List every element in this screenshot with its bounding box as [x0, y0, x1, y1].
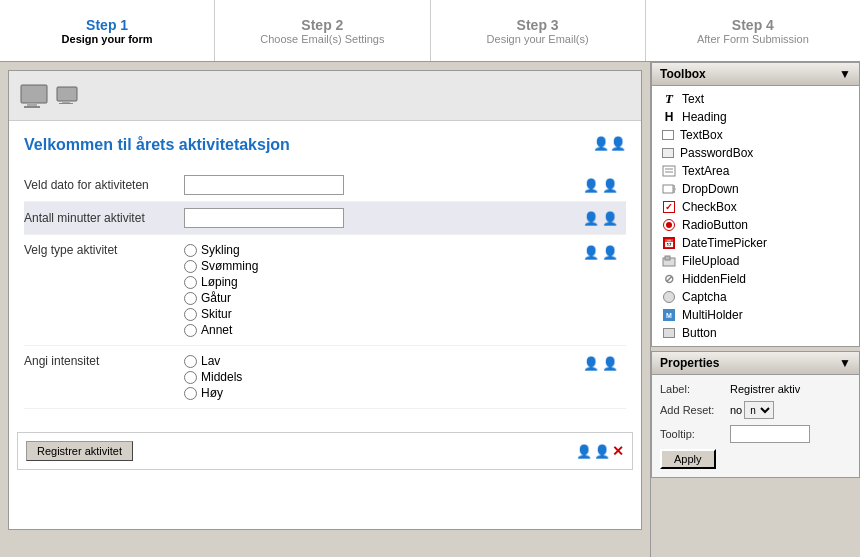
- radio-middels: Middels: [184, 370, 242, 384]
- radio-sykling-input[interactable]: [184, 244, 197, 257]
- prop-reset-text: Add Reset:: [660, 404, 730, 416]
- header-icons: [19, 83, 81, 109]
- form-footer: Registrer aktivitet 👤 👤 ✕: [17, 432, 633, 470]
- field-3-label: Velg type aktivitet: [24, 243, 184, 257]
- toolbox-checkbox[interactable]: ✓ CheckBox: [652, 198, 859, 216]
- toolbox-hiddenfield[interactable]: ⊘ HiddenField: [652, 270, 859, 288]
- config-icon-field3[interactable]: 👤: [602, 245, 618, 260]
- prop-reset-value: no: [730, 404, 742, 416]
- step-4[interactable]: Step 4 After Form Submission: [646, 0, 860, 61]
- radio-skitur-input[interactable]: [184, 308, 197, 321]
- edit-icon-field1[interactable]: 👤: [583, 178, 599, 193]
- title-action-icons: 👤 👤: [593, 136, 626, 151]
- prop-tooltip-input[interactable]: [730, 425, 810, 443]
- toolbox-passwordbox[interactable]: PasswordBox: [652, 144, 859, 162]
- edit-icon-field4[interactable]: 👤: [583, 356, 599, 371]
- toolbox-multiholder[interactable]: M MultiHolder: [652, 306, 859, 324]
- radio-middels-input[interactable]: [184, 371, 197, 384]
- svg-rect-0: [21, 85, 47, 103]
- field-3-actions: 👤 👤: [583, 245, 618, 260]
- toolbox-collapse-icon[interactable]: ▼: [839, 67, 851, 81]
- radio-svomming-input[interactable]: [184, 260, 197, 273]
- form-title: Velkommen til årets aktivitetaksjon: [24, 136, 290, 154]
- step-2[interactable]: Step 2 Choose Email(s) Settings: [215, 0, 430, 61]
- toolbox-textarea[interactable]: TextArea: [652, 162, 859, 180]
- radio-hoy: Høy: [184, 386, 242, 400]
- properties-collapse-icon[interactable]: ▼: [839, 356, 851, 370]
- toolbox-multiholder-label: MultiHolder: [682, 308, 743, 322]
- step-1[interactable]: Step 1 Design your form: [0, 0, 215, 61]
- toolbox-textbox[interactable]: TextBox: [652, 126, 859, 144]
- toolbox-title: Toolbox: [660, 67, 706, 81]
- svg-rect-5: [59, 103, 73, 104]
- textarea-icon: [662, 164, 676, 178]
- form-body: Velkommen til årets aktivitetaksjon 👤 👤 …: [9, 121, 641, 424]
- config-icon-field1[interactable]: 👤: [602, 178, 618, 193]
- toolbox-fileupload[interactable]: FileUpload: [652, 252, 859, 270]
- radio-skitur-label: Skitur: [201, 307, 232, 321]
- edit-icon-footer[interactable]: 👤: [576, 444, 592, 459]
- form-area: Velkommen til årets aktivitetaksjon 👤 👤 …: [0, 62, 650, 557]
- toolbox-datetimepicker[interactable]: 📅 DateTimePicker: [652, 234, 859, 252]
- toolbox-fileupload-label: FileUpload: [682, 254, 739, 268]
- submit-button[interactable]: Registrer aktivitet: [26, 441, 133, 461]
- field-row-2: Antall minutter aktivitet 👤 👤: [24, 202, 626, 235]
- hiddenfield-icon: ⊘: [662, 272, 676, 286]
- datetimepicker-icon: 📅: [662, 236, 676, 250]
- toolbox-hiddenfield-label: HiddenField: [682, 272, 746, 286]
- field-2-actions: 👤 👤: [583, 211, 618, 226]
- field-2-input[interactable]: [184, 208, 344, 228]
- config-icon-footer[interactable]: 👤: [594, 444, 610, 459]
- svg-rect-3: [57, 87, 77, 101]
- field-4-label: Angi intensitet: [24, 354, 184, 368]
- toolbox-dropdown-label: DropDown: [682, 182, 739, 196]
- step-4-number: Step 4: [732, 17, 774, 33]
- config-icon-field2[interactable]: 👤: [602, 211, 618, 226]
- toolbox-heading[interactable]: H Heading: [652, 108, 859, 126]
- step-2-number: Step 2: [301, 17, 343, 33]
- prop-tooltip-row: Tooltip:: [660, 425, 851, 443]
- field-4-actions: 👤 👤: [583, 356, 618, 371]
- toolbox-dropdown[interactable]: ▼ DropDown: [652, 180, 859, 198]
- prop-label-row: Label: Registrer aktiv: [660, 383, 851, 395]
- properties-section: Properties ▼ Label: Registrer aktiv Add …: [651, 351, 860, 478]
- apply-button[interactable]: Apply: [660, 449, 716, 469]
- toolbox-button[interactable]: Button: [652, 324, 859, 342]
- prop-reset-select[interactable]: no yes: [744, 401, 774, 419]
- config-icon-field4[interactable]: 👤: [602, 356, 618, 371]
- properties-content: Label: Registrer aktiv Add Reset: no no …: [652, 375, 859, 477]
- toolbox-checkbox-label: CheckBox: [682, 200, 737, 214]
- delete-icon-footer[interactable]: ✕: [612, 443, 624, 459]
- radio-annet: Annet: [184, 323, 258, 337]
- toolbox-text-label: Text: [682, 92, 704, 106]
- radio-hoy-input[interactable]: [184, 387, 197, 400]
- toolbox-content: T Text H Heading TextBox PasswordBox: [652, 86, 859, 346]
- radio-lav: Lav: [184, 354, 242, 368]
- toolbox-text[interactable]: T Text: [652, 90, 859, 108]
- radio-lav-input[interactable]: [184, 355, 197, 368]
- toolbox-captcha-label: Captcha: [682, 290, 727, 304]
- edit-icon-field3[interactable]: 👤: [583, 245, 599, 260]
- radio-sykling: Sykling: [184, 243, 258, 257]
- radio-annet-input[interactable]: [184, 324, 197, 337]
- config-icon-title[interactable]: 👤: [610, 136, 626, 151]
- step-3-label: Design your Email(s): [487, 33, 589, 45]
- edit-icon-title[interactable]: 👤: [593, 136, 609, 151]
- captcha-icon: [662, 290, 676, 304]
- toolbox-radiobutton[interactable]: RadioButton: [652, 216, 859, 234]
- radio-gatur-input[interactable]: [184, 292, 197, 305]
- form-header: [9, 71, 641, 121]
- toolbox-textbox-label: TextBox: [680, 128, 723, 142]
- svg-rect-6: [663, 166, 675, 176]
- edit-icon-field2[interactable]: 👤: [583, 211, 599, 226]
- dropdown-icon: ▼: [662, 182, 676, 196]
- toolbox-datetimepicker-label: DateTimePicker: [682, 236, 767, 250]
- field-4-radio-group: Lav Middels Høy: [184, 354, 242, 400]
- field-1-input[interactable]: [184, 175, 344, 195]
- toolbox-captcha[interactable]: Captcha: [652, 288, 859, 306]
- field-2-label: Antall minutter aktivitet: [24, 211, 184, 225]
- step-3[interactable]: Step 3 Design your Email(s): [431, 0, 646, 61]
- step-4-label: After Form Submission: [697, 33, 809, 45]
- svg-text:▼: ▼: [674, 187, 676, 193]
- radio-loping-input[interactable]: [184, 276, 197, 289]
